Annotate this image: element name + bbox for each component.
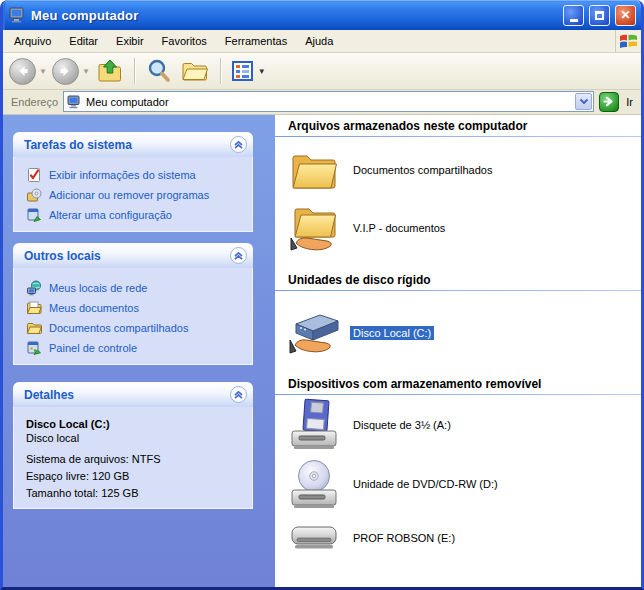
menu-ajuda[interactable]: Ajuda bbox=[296, 32, 342, 50]
chevron-up-icon bbox=[233, 140, 244, 150]
place-network[interactable]: Meus locais de rede bbox=[26, 278, 246, 298]
close-button[interactable]: ✕ bbox=[615, 5, 636, 26]
folder-up-icon bbox=[97, 58, 123, 84]
maximize-icon bbox=[595, 11, 604, 20]
details-header[interactable]: Detalhes bbox=[13, 382, 253, 407]
go-button[interactable] bbox=[599, 92, 619, 112]
toolbar-separator bbox=[220, 58, 221, 84]
item-label[interactable]: Disco Local (C:) bbox=[350, 326, 434, 340]
item-local-disk-c[interactable]: Disco Local (C:) bbox=[275, 309, 641, 357]
other-places-panel: Outros locais Meus locais de rede Meus d… bbox=[13, 243, 253, 365]
minimize-icon bbox=[570, 19, 578, 22]
window-content: Tarefas do sistema Exibir informações do… bbox=[3, 115, 641, 587]
my-computer-small-icon bbox=[67, 95, 82, 109]
up-button[interactable] bbox=[95, 56, 125, 86]
address-label: Endereço bbox=[11, 96, 58, 108]
menu-favoritos[interactable]: Favoritos bbox=[153, 32, 216, 50]
details-panel: Detalhes Disco Local (C:) Disco local Si… bbox=[13, 382, 253, 509]
forward-button[interactable] bbox=[52, 58, 79, 85]
collapse-button[interactable] bbox=[230, 247, 247, 264]
hard-disk-shared-icon bbox=[287, 310, 341, 356]
chevron-up-icon bbox=[233, 390, 244, 400]
group-header-hard-disks: Unidades de disco rígido bbox=[288, 273, 431, 287]
removable-drive-icon bbox=[287, 524, 341, 552]
other-places-title: Outros locais bbox=[24, 249, 230, 263]
details-total-size: Tamanho total: 125 GB bbox=[26, 485, 244, 502]
group-header-files: Arquivos armazenados neste computador bbox=[288, 119, 527, 133]
close-icon: ✕ bbox=[620, 9, 630, 21]
search-icon bbox=[146, 58, 172, 84]
other-places-body: Meus locais de rede Meus documentos Docu… bbox=[13, 268, 253, 365]
views-icon bbox=[232, 61, 253, 81]
go-label[interactable]: Ir bbox=[626, 96, 633, 108]
window-title: Meu computador bbox=[31, 8, 558, 23]
system-tasks-header[interactable]: Tarefas do sistema bbox=[13, 132, 253, 157]
item-label[interactable]: Documentos compartilhados bbox=[350, 163, 495, 177]
system-tasks-body: Exibir informações do sistema Adicionar … bbox=[13, 157, 253, 232]
forward-dropdown[interactable]: ▼ bbox=[82, 67, 90, 76]
system-tasks-panel: Tarefas do sistema Exibir informações do… bbox=[13, 132, 253, 232]
back-dropdown[interactable]: ▼ bbox=[39, 67, 47, 76]
address-combobox[interactable]: Meu computador bbox=[63, 91, 594, 112]
back-button[interactable] bbox=[9, 58, 36, 85]
menu-exibir[interactable]: Exibir bbox=[107, 32, 153, 50]
add-remove-programs-icon bbox=[26, 187, 42, 203]
menu-editar[interactable]: Editar bbox=[60, 32, 107, 50]
item-label[interactable]: Unidade de DVD/CD-RW (D:) bbox=[350, 477, 501, 491]
menu-arquivo[interactable]: Arquivo bbox=[5, 32, 60, 50]
other-places-header[interactable]: Outros locais bbox=[13, 243, 253, 268]
address-bar: Endereço Meu computador Ir bbox=[3, 90, 641, 115]
collapse-button[interactable] bbox=[230, 136, 247, 153]
details-body: Disco Local (C:) Disco local Sistema de … bbox=[13, 407, 253, 509]
task-add-remove-programs[interactable]: Adicionar ou remover programas bbox=[26, 185, 246, 205]
address-value[interactable]: Meu computador bbox=[86, 96, 571, 108]
item-shared-documents[interactable]: Documentos compartilhados bbox=[275, 146, 641, 194]
group-rule bbox=[275, 290, 641, 291]
place-control-panel[interactable]: Painel de controle bbox=[26, 338, 246, 358]
system-tasks-title: Tarefas do sistema bbox=[24, 138, 230, 152]
maximize-button[interactable] bbox=[589, 5, 610, 26]
item-dvd-d[interactable]: Unidade de DVD/CD-RW (D:) bbox=[275, 457, 641, 511]
title-bar[interactable]: Meu computador ✕ bbox=[3, 0, 641, 30]
cd-drive-icon bbox=[287, 457, 341, 511]
folder-view: Arquivos armazenados neste computador Do… bbox=[275, 115, 641, 587]
item-vip-documents[interactable]: V.I.P - documentos bbox=[275, 203, 641, 253]
go-arrow-icon bbox=[603, 96, 615, 107]
place-label: Painel de controle bbox=[49, 342, 137, 354]
item-label[interactable]: V.I.P - documentos bbox=[350, 221, 448, 235]
minimize-button[interactable] bbox=[563, 5, 584, 26]
menu-ferramentas[interactable]: Ferramentas bbox=[216, 32, 296, 50]
item-floppy-a[interactable]: Disquete de 3½ (A:) bbox=[275, 398, 641, 452]
collapse-button[interactable] bbox=[230, 386, 247, 403]
views-dropdown[interactable]: ▼ bbox=[258, 67, 266, 76]
windows-logo-icon bbox=[615, 30, 641, 52]
place-shared-documents[interactable]: Documentos compartilhados bbox=[26, 318, 246, 338]
place-my-documents[interactable]: Meus documentos bbox=[26, 298, 246, 318]
folders-button[interactable] bbox=[179, 57, 211, 85]
toolbar: ▼ ▼ bbox=[3, 53, 641, 90]
task-label: Adicionar ou remover programas bbox=[49, 189, 209, 201]
change-setting-icon bbox=[26, 207, 42, 223]
address-dropdown-button[interactable] bbox=[575, 93, 592, 110]
place-label: Meus documentos bbox=[49, 302, 139, 314]
group-header-removable: Dispositivos com armazenamento removível bbox=[288, 377, 541, 391]
task-label: Exibir informações do sistema bbox=[49, 169, 196, 181]
group-rule bbox=[275, 136, 641, 137]
task-label: Alterar uma configuração bbox=[49, 209, 172, 221]
details-free-space: Espaço livre: 120 GB bbox=[26, 468, 244, 485]
item-prof-robson-e[interactable]: PROF ROBSON (E:) bbox=[275, 520, 641, 556]
item-label[interactable]: PROF ROBSON (E:) bbox=[350, 531, 458, 545]
shared-folder-icon bbox=[287, 204, 341, 252]
details-title: Detalhes bbox=[24, 388, 230, 402]
chevron-up-icon bbox=[233, 251, 244, 261]
group-rule bbox=[275, 394, 641, 395]
search-button[interactable] bbox=[144, 56, 174, 86]
task-view-system-info[interactable]: Exibir informações do sistema bbox=[26, 165, 246, 185]
details-item-type: Disco local bbox=[26, 431, 244, 445]
chevron-down-icon bbox=[579, 98, 589, 105]
item-label[interactable]: Disquete de 3½ (A:) bbox=[350, 418, 454, 432]
back-arrow-icon bbox=[16, 64, 30, 78]
views-button[interactable] bbox=[230, 59, 255, 83]
floppy-drive-icon bbox=[287, 398, 341, 452]
task-change-setting[interactable]: Alterar uma configuração bbox=[26, 205, 246, 225]
